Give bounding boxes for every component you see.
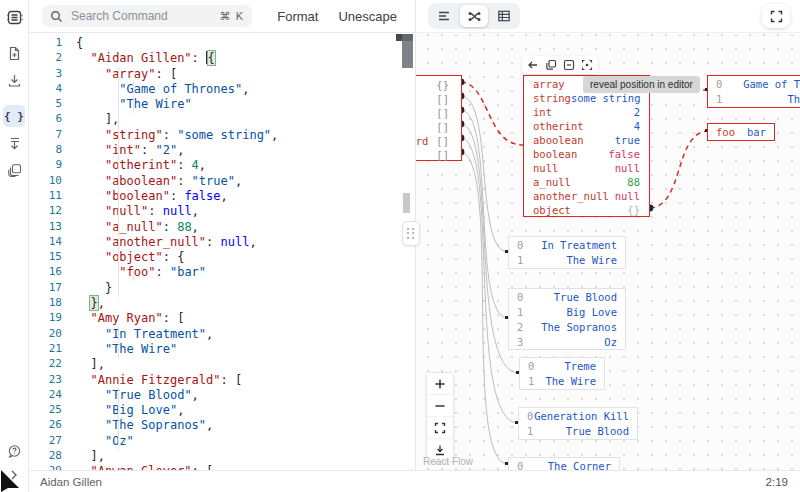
line-content: "a_null": 88,: [76, 220, 415, 235]
format-button[interactable]: Format: [277, 9, 318, 24]
code-line[interactable]: 10 "aboolean": "true",: [28, 174, 415, 189]
copies-icon[interactable]: [3, 159, 25, 181]
node-key: int: [533, 105, 552, 119]
code-line[interactable]: 18 },: [28, 296, 415, 311]
code-token: :: [148, 204, 162, 218]
code-line[interactable]: 25 "Big Love",: [28, 403, 415, 418]
node-row: 0In Treatment: [509, 238, 625, 253]
new-file-icon[interactable]: [3, 42, 25, 64]
code-line[interactable]: 9 "otherint": 4,: [28, 158, 415, 173]
download-icon[interactable]: [3, 69, 25, 91]
array-node-annie[interactable]: 0True Blood1Big Love2The Sopranos3Oz: [508, 288, 626, 350]
code-token: ],: [76, 112, 119, 126]
root-node[interactable]: {}[][][]rd[][]: [416, 75, 462, 161]
json-braces-icon[interactable]: { }: [3, 105, 25, 127]
code-line[interactable]: 28 ],: [28, 449, 415, 464]
code-line[interactable]: 24 "True Blood",: [28, 388, 415, 403]
node-value: []: [436, 92, 449, 106]
code-line[interactable]: 14 "another_null": null,: [28, 235, 415, 250]
copy-node-icon[interactable]: [545, 59, 557, 71]
code-line[interactable]: 17 }: [28, 281, 415, 296]
graph-panel[interactable]: {}[][][]rd[][] arraystringsome stringint…: [416, 0, 800, 470]
code-token: "bar": [170, 265, 206, 279]
line-content: "aboolean": "true",: [76, 174, 415, 189]
code-line[interactable]: 20 "In Treatment",: [28, 327, 415, 342]
code-line[interactable]: 22 ],: [28, 357, 415, 372]
node-key: aboolean: [533, 133, 584, 147]
code-token: ,: [98, 296, 105, 310]
zoom-in-icon[interactable]: [427, 373, 453, 395]
line-content: "string": "some string",: [76, 128, 415, 143]
array-node-alex[interactable]: 0Generation Kill1True Blood: [518, 407, 638, 440]
code-token: :: [177, 174, 191, 188]
code-line[interactable]: 15 "object": {: [28, 250, 415, 265]
code-line[interactable]: 2 "Aidan Gillen": {: [28, 51, 415, 66]
node-value: The Wire: [722, 92, 800, 107]
code-line[interactable]: 1{: [28, 36, 415, 51]
status-bar: Aidan Gillen 2:19: [28, 470, 800, 492]
code-line[interactable]: 13 "a_null": 88,: [28, 220, 415, 235]
line-number: 18: [28, 296, 76, 311]
code-token: :: [163, 128, 177, 142]
node-value: 88: [571, 175, 640, 189]
selected-object-node[interactable]: arraystringsome stringint2otherint4abool…: [523, 75, 650, 217]
search-input[interactable]: [69, 8, 220, 24]
breadcrumb[interactable]: Aidan Gillen: [40, 476, 102, 488]
fullscreen-icon[interactable]: [762, 4, 790, 28]
json-editor[interactable]: 1{2 "Aidan Gillen": {3 "array": [4 "Game…: [28, 32, 415, 470]
code-line[interactable]: 19 "Amy Ryan": [: [28, 311, 415, 326]
transform-icon[interactable]: [3, 132, 25, 154]
panel-resize-handle[interactable]: [402, 221, 420, 246]
code-line[interactable]: 21 "The Wire": [28, 342, 415, 357]
code-token: : [: [163, 311, 185, 325]
help-icon[interactable]: [3, 440, 25, 462]
code-token: [76, 265, 119, 279]
fit-view-icon[interactable]: [427, 417, 453, 439]
node-value: []: [436, 106, 449, 120]
unescape-button[interactable]: Unescape: [338, 9, 397, 24]
code-line[interactable]: 4 "Game of Thrones",: [28, 82, 415, 97]
code-line[interactable]: 16 "foo": "bar": [28, 265, 415, 280]
code-line[interactable]: 11 "boolean": false,: [28, 189, 415, 204]
node-value: Generation Kill: [533, 409, 629, 424]
code-token: "The Sopranos": [105, 418, 206, 432]
collapse-node-icon[interactable]: [563, 59, 575, 71]
focus-node-icon[interactable]: [581, 59, 593, 71]
line-number: 17: [28, 281, 76, 296]
array-node-anwan[interactable]: 0Treme1The Wire: [519, 357, 605, 390]
node-row: {}: [416, 78, 461, 92]
code-token: false: [184, 189, 220, 203]
code-line[interactable]: 26 "The Sopranos",: [28, 418, 415, 433]
code-token: "Game of Thrones": [119, 82, 242, 96]
code-line[interactable]: 8 "int": "2",: [28, 143, 415, 158]
array-child-node[interactable]: 0Game of Thrones1The Wire: [707, 75, 800, 108]
node-value: The Sopranos: [523, 320, 617, 335]
search-command-box[interactable]: ⌘ K: [42, 5, 252, 27]
code-token: :: [163, 220, 177, 234]
code-token: [76, 174, 105, 188]
code-line[interactable]: 27 "Oz": [28, 434, 415, 449]
code-line[interactable]: 7 "string": "some string",: [28, 128, 415, 143]
table-view-icon[interactable]: [490, 5, 518, 27]
mouse-cursor: [0, 470, 22, 492]
app-logo[interactable]: [3, 6, 25, 28]
code-token: [76, 373, 90, 387]
list-view-icon[interactable]: [430, 5, 458, 27]
code-line[interactable]: 3 "array": [: [28, 67, 415, 82]
array-node-amy[interactable]: 0In Treatment1The Wire: [508, 236, 626, 269]
code-line[interactable]: 5 "The Wire": [28, 97, 415, 112]
editor-scrollbar[interactable]: [402, 34, 413, 68]
line-content: }: [76, 281, 415, 296]
node-row: booleanfalse: [524, 147, 649, 161]
zoom-out-icon[interactable]: [427, 395, 453, 417]
back-icon[interactable]: [527, 59, 539, 71]
code-line[interactable]: 12 "null": null,: [28, 204, 415, 219]
node-row: 3Oz: [509, 335, 625, 350]
code-line[interactable]: 6 ],: [28, 112, 415, 127]
array-node-alice[interactable]: 0The Corner: [508, 457, 620, 470]
code-line[interactable]: 23 "Annie Fitzgerald": [: [28, 373, 415, 388]
foo-bar-node[interactable]: foobar: [707, 123, 775, 141]
code-token: [76, 128, 105, 142]
node-row: otherint4: [524, 119, 649, 133]
flow-view-icon[interactable]: [460, 5, 488, 27]
